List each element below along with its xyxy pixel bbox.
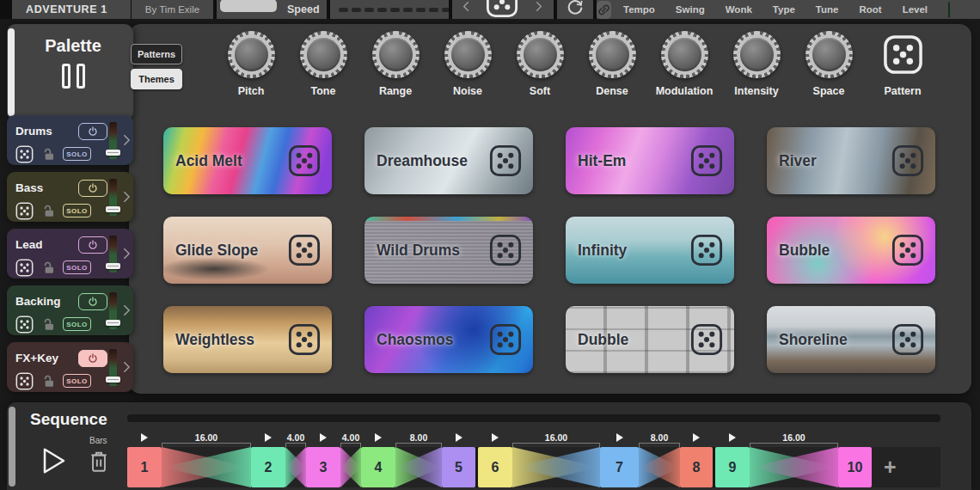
dice-icon[interactable] xyxy=(489,323,522,356)
link-button[interactable] xyxy=(597,1,611,19)
fader-handle[interactable] xyxy=(106,320,120,326)
lock-open-icon[interactable] xyxy=(41,205,55,217)
sequence-crossfade[interactable]: 8.00 xyxy=(395,432,442,487)
dice-icon[interactable] xyxy=(690,144,723,177)
pattern-dice-unit[interactable]: Pattern xyxy=(865,31,940,115)
knob-dial[interactable] xyxy=(444,31,492,78)
sequence-crossfade[interactable]: 4.00 xyxy=(340,432,361,487)
macro-knob[interactable]: Intensity xyxy=(720,31,793,115)
sequence-block[interactable]: 8 xyxy=(680,432,713,487)
macro-knob[interactable]: Noise xyxy=(432,31,504,115)
track-row[interactable]: Bass SOLO xyxy=(7,172,133,222)
sequence-crossfade[interactable]: 4.00 xyxy=(285,432,306,487)
power-button[interactable] xyxy=(78,180,107,197)
theme-card[interactable]: Chaosmos xyxy=(364,306,533,373)
lock-open-icon[interactable] xyxy=(41,375,55,388)
lock-open-icon[interactable] xyxy=(41,148,55,161)
solo-button[interactable]: SOLO xyxy=(63,260,91,274)
theme-card[interactable]: Acid Melt xyxy=(163,127,332,194)
play-button[interactable] xyxy=(41,445,67,476)
dice-icon[interactable] xyxy=(15,259,34,277)
solo-button[interactable]: SOLO xyxy=(63,374,91,388)
speed-slider[interactable] xyxy=(220,0,277,12)
add-sequence-block-button[interactable]: + xyxy=(884,447,897,487)
param-label-swing[interactable]: Swing xyxy=(676,4,705,15)
param-label-tune[interactable]: Tune xyxy=(816,4,839,15)
volume-fader[interactable] xyxy=(109,292,117,329)
dice-icon[interactable] xyxy=(15,372,34,390)
dice-icon[interactable] xyxy=(477,0,527,18)
dice-icon[interactable] xyxy=(489,144,522,177)
macro-knob[interactable]: Soft xyxy=(504,31,576,115)
chevron-right-icon[interactable] xyxy=(123,360,131,374)
play-marker-icon[interactable] xyxy=(693,433,700,442)
next-chevron-icon[interactable] xyxy=(536,1,542,12)
dice-icon[interactable] xyxy=(15,202,34,220)
chevron-right-icon[interactable] xyxy=(123,133,131,147)
param-label-tempo[interactable]: Tempo xyxy=(623,4,655,15)
theme-card[interactable]: Weightless xyxy=(163,306,332,373)
pause-icon[interactable] xyxy=(26,64,120,89)
param-label-wonk[interactable]: Wonk xyxy=(726,4,752,15)
solo-button[interactable]: SOLO xyxy=(63,147,91,161)
theme-card[interactable]: Shoreline xyxy=(767,306,935,373)
macro-knob[interactable]: Tone xyxy=(287,31,359,115)
track-row[interactable]: Lead SOLO xyxy=(7,229,133,279)
knob-dial[interactable] xyxy=(517,31,564,78)
trash-button[interactable] xyxy=(88,449,110,475)
sequence-crossfade[interactable]: 8.00 xyxy=(639,432,680,487)
knob-dial[interactable] xyxy=(589,31,636,78)
tab-themes[interactable]: Themes xyxy=(131,69,182,89)
dice-icon[interactable] xyxy=(288,144,321,177)
macro-knob[interactable]: Dense xyxy=(576,31,648,115)
theme-card[interactable]: Infinity xyxy=(566,217,734,284)
theme-card[interactable]: Glide Slope xyxy=(163,217,332,284)
param-label-level[interactable]: Level xyxy=(903,4,928,15)
sequence-block[interactable]: 5 xyxy=(442,432,475,487)
dice-icon[interactable] xyxy=(288,323,321,356)
prev-chevron-icon[interactable] xyxy=(462,1,469,12)
track-row[interactable]: FX+Key SOLO xyxy=(7,342,133,392)
volume-fader[interactable] xyxy=(109,179,117,216)
power-button[interactable] xyxy=(78,350,107,367)
fader-handle[interactable] xyxy=(106,150,120,156)
power-button[interactable] xyxy=(78,236,107,254)
dice-icon[interactable] xyxy=(891,234,924,266)
dice-icon[interactable] xyxy=(15,315,34,334)
theme-card[interactable]: Hit-Em xyxy=(566,127,734,194)
sequence-crossfade[interactable]: 16.00 xyxy=(750,432,838,487)
theme-card[interactable]: Dubble xyxy=(566,306,734,373)
macro-knob[interactable]: Pitch xyxy=(215,31,287,115)
knob-dial[interactable] xyxy=(228,31,275,78)
knob-dial[interactable] xyxy=(733,31,781,78)
chevron-right-icon[interactable] xyxy=(123,190,131,204)
play-marker-icon[interactable] xyxy=(456,433,462,442)
knob-dial[interactable] xyxy=(661,31,708,78)
volume-fader[interactable] xyxy=(109,122,117,159)
pattern-dice-icon[interactable] xyxy=(883,34,923,75)
dice-icon[interactable] xyxy=(15,145,34,163)
theme-card[interactable]: Bubble xyxy=(767,217,935,284)
sequence-crossfade[interactable]: 16.00 xyxy=(162,432,251,487)
macro-knob[interactable]: Modulation xyxy=(648,31,720,115)
dice-icon[interactable] xyxy=(489,234,522,266)
dice-icon[interactable] xyxy=(690,323,723,356)
solo-button[interactable]: SOLO xyxy=(63,204,91,217)
theme-card[interactable]: Dreamhouse xyxy=(364,127,533,194)
theme-card[interactable]: Wild Drums xyxy=(364,217,533,284)
knob-dial[interactable] xyxy=(372,31,420,78)
param-label-type[interactable]: Type xyxy=(773,4,795,15)
tab-patterns[interactable]: Patterns xyxy=(131,44,182,64)
sequence-block[interactable]: 10 xyxy=(838,432,872,487)
lock-open-icon[interactable] xyxy=(41,318,55,331)
fader-handle[interactable] xyxy=(106,206,120,212)
volume-fader[interactable] xyxy=(109,349,117,386)
dice-icon[interactable] xyxy=(288,234,321,266)
chevron-right-icon[interactable] xyxy=(123,303,131,317)
fader-handle[interactable] xyxy=(106,263,120,269)
power-button[interactable] xyxy=(78,123,107,140)
knob-dial[interactable] xyxy=(300,31,347,78)
sequence-crossfade[interactable]: 16.00 xyxy=(512,432,600,487)
sequence-progress-bar[interactable] xyxy=(127,414,940,422)
macro-knob[interactable]: Range xyxy=(359,31,432,115)
